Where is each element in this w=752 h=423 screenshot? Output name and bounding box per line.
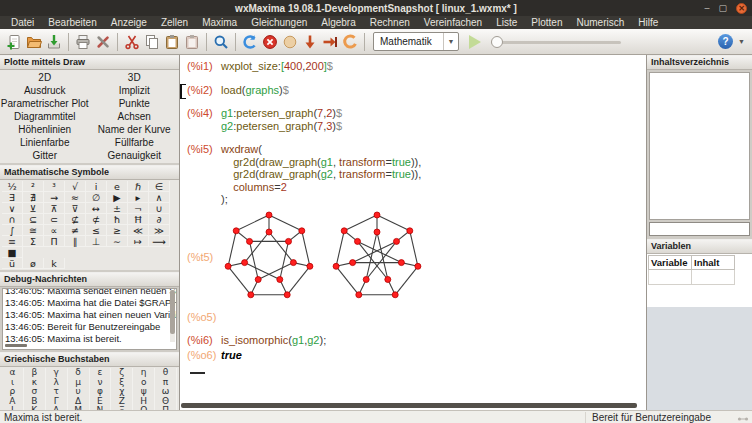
menu-liste[interactable]: Liste <box>489 16 524 29</box>
symbol-button[interactable]: ≈ <box>65 192 86 203</box>
symbol-button[interactable]: ▶ <box>107 192 128 203</box>
find-icon[interactable] <box>211 32 231 52</box>
draw-button-höhenlinien[interactable]: Höhenlinien <box>0 123 90 136</box>
close-icon[interactable]: ✕ <box>736 3 747 14</box>
menu-hilfe[interactable]: Hilfe <box>631 16 665 29</box>
symbol-button[interactable]: ⊂ <box>44 214 65 225</box>
symbol-button[interactable]: Ħ <box>128 214 149 225</box>
symbol-button[interactable]: ¬ <box>128 203 149 214</box>
symbol-button[interactable]: i <box>86 181 107 192</box>
paste-alt-icon[interactable] <box>182 32 202 52</box>
maxima-mode-select[interactable]: Mathematik ▼ <box>373 32 459 51</box>
active-cell-bracket[interactable] <box>180 84 186 99</box>
cell-content[interactable] <box>221 211 425 305</box>
symbol-button[interactable]: ø <box>23 258 44 269</box>
symbol-button[interactable]: ⊼ <box>44 203 65 214</box>
symbol-button[interactable]: ≥ <box>107 225 128 236</box>
menu-vereinfachen[interactable]: Vereinfachen <box>417 16 489 29</box>
symbol-button[interactable]: ü <box>2 258 23 269</box>
draw-button-3d[interactable]: 3D <box>90 71 180 84</box>
debug-hscroll-thumb[interactable] <box>5 344 27 347</box>
draw-button-punkte[interactable]: Punkte <box>90 97 180 110</box>
draw-button-gitter[interactable]: Gitter <box>0 149 90 162</box>
symbol-button[interactable]: ∈ <box>149 181 170 192</box>
symbol-button[interactable]: ≠ <box>65 225 86 236</box>
symbol-button[interactable]: ⟶ <box>149 236 170 247</box>
worksheet-area[interactable]: (%i1)wxplot_size:[400,200]$(%i2)load(gra… <box>180 55 646 410</box>
symbol-button[interactable]: ∄ <box>23 192 44 203</box>
copy-icon[interactable] <box>142 32 162 52</box>
symbol-button[interactable]: ⊆ <box>23 214 44 225</box>
draw-button-ausdruck[interactable]: Ausdruck <box>0 84 90 97</box>
symbol-button[interactable]: ⊻ <box>23 203 44 214</box>
menu-anzeige[interactable]: Anzeige <box>104 16 154 29</box>
evaluate-current-icon[interactable] <box>280 32 300 52</box>
symbol-button[interactable]: k <box>44 258 65 269</box>
symbol-button[interactable]: ∼ <box>107 236 128 247</box>
cell-content[interactable]: g1:petersen_graph(7,2)$g2:petersen_graph… <box>221 107 342 132</box>
scrollbar-thumb[interactable] <box>170 290 175 334</box>
symbol-button[interactable]: ½ <box>2 181 23 192</box>
chevron-down-icon[interactable]: ▼ <box>443 33 458 50</box>
symbol-button[interactable]: ∅ <box>86 192 107 203</box>
interrupt-icon[interactable] <box>260 32 280 52</box>
evaluate-rest-icon[interactable] <box>320 32 340 52</box>
draw-button-diagrammtitel[interactable]: Diagrammtitel <box>0 110 90 123</box>
cell-content[interactable]: is_isomorphic(g1,g2); <box>221 334 326 347</box>
symbol-button[interactable]: ≡ <box>2 236 23 247</box>
restart-maxima-icon[interactable] <box>240 32 260 52</box>
symbol-button[interactable]: ∂ <box>149 214 170 225</box>
symbol-button[interactable]: ≪ <box>128 225 149 236</box>
toc-list[interactable] <box>649 72 750 220</box>
draw-button-füllfarbe[interactable]: Füllfarbe <box>90 136 180 149</box>
symbol-button[interactable]: ℏ <box>128 181 149 192</box>
menu-plotten[interactable]: Plotten <box>524 16 569 29</box>
play-animation-icon[interactable] <box>469 35 481 49</box>
draw-button-linienfarbe[interactable]: Linienfarbe <box>0 136 90 149</box>
print-icon[interactable] <box>73 32 93 52</box>
debug-log[interactable]: 13:46:05: Maxima sendet einen neuen Satz… <box>2 288 177 350</box>
symbol-button[interactable]: ħ <box>107 214 128 225</box>
paste-icon[interactable] <box>162 32 182 52</box>
variables-cell[interactable] <box>692 270 735 285</box>
symbol-button[interactable]: → <box>44 192 65 203</box>
menu-rechnen[interactable]: Rechnen <box>363 16 417 29</box>
symbol-button[interactable]: ⊄ <box>86 214 107 225</box>
menu-algebra[interactable]: Algebra <box>314 16 362 29</box>
symbol-button[interactable]: ↔ <box>86 203 107 214</box>
draw-button-2d[interactable]: 2D <box>0 71 90 84</box>
variables-cell[interactable] <box>649 270 692 285</box>
symbol-button[interactable]: ∃ <box>2 192 23 203</box>
menu-datei[interactable]: Datei <box>4 16 41 29</box>
symbol-button[interactable]: ∥ <box>65 236 86 247</box>
symbol-button[interactable]: ∝ <box>44 225 65 236</box>
menu-zellen[interactable]: Zellen <box>154 16 195 29</box>
symbol-button[interactable]: ∩ <box>2 214 23 225</box>
variables-empty-row[interactable] <box>649 270 735 285</box>
cut-icon[interactable] <box>122 32 142 52</box>
cell-content[interactable]: load(graphs)$ <box>221 84 289 97</box>
symbol-button[interactable]: ∧ <box>149 192 170 203</box>
symbol-button[interactable]: ↦ <box>128 236 149 247</box>
draw-button-implizit[interactable]: Implizit <box>90 84 180 97</box>
symbol-button[interactable]: ▸ <box>128 192 149 203</box>
animation-slider[interactable] <box>491 35 621 49</box>
menu-gleichungen[interactable]: Gleichungen <box>244 16 314 29</box>
symbol-button[interactable]: Σ <box>23 236 44 247</box>
symbol-button[interactable]: Π <box>44 236 65 247</box>
new-document-icon[interactable] <box>4 32 24 52</box>
maximize-icon[interactable]: ▢ <box>718 4 727 13</box>
variables-grid[interactable]: VariableInhalt <box>647 254 752 307</box>
open-file-icon[interactable] <box>24 32 44 52</box>
menu-numerisch[interactable]: Numerisch <box>569 16 631 29</box>
symbol-button[interactable]: e <box>107 181 128 192</box>
symbol-button[interactable]: ∪ <box>149 203 170 214</box>
symbol-button[interactable]: ∨ <box>2 203 23 214</box>
minimize-icon[interactable]: – <box>704 4 709 13</box>
symbol-button[interactable]: ≫ <box>149 225 170 236</box>
draw-button-genauigkeit[interactable]: Genauigkeit <box>90 149 180 162</box>
menu-maxima[interactable]: Maxima <box>195 16 244 29</box>
symbol-button[interactable]: ≅ <box>23 225 44 236</box>
symbol-button[interactable]: √ <box>65 181 86 192</box>
symbol-button[interactable]: ⊈ <box>65 214 86 225</box>
